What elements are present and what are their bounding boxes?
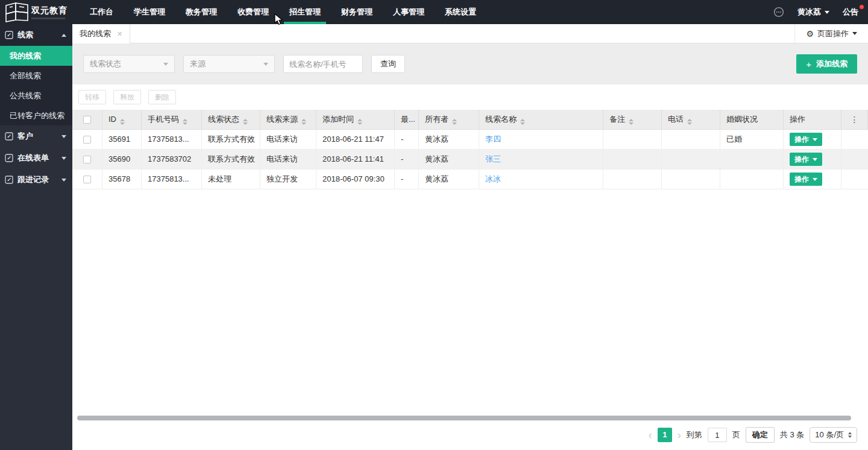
cell-status: 联系方式有效 xyxy=(202,150,260,170)
announcement-button[interactable]: 公告 xyxy=(843,7,858,17)
row-action-button[interactable]: 操作 xyxy=(790,133,822,146)
search-input[interactable] xyxy=(283,55,363,73)
cell-phone: 1737583702 xyxy=(142,150,202,170)
user-menu[interactable]: 黄冰荔 xyxy=(797,7,829,17)
col-header-marital[interactable]: 婚姻状况 xyxy=(720,110,784,130)
nav-hr-mgmt[interactable]: 人事管理 xyxy=(383,0,435,24)
cell-owner: 黄冰荔 xyxy=(419,130,479,150)
nav-fee-mgmt[interactable]: 收费管理 xyxy=(227,0,279,24)
table-header-row: ID 手机号码 线索状态 线索来源 添加时间 最... 所有者 线索名称 备注 … xyxy=(72,110,868,130)
table-row: 35690 1737583702 联系方式有效 电话来访 2018-06-21 … xyxy=(72,150,868,170)
chevron-down-icon xyxy=(61,179,66,182)
col-header-lead-name[interactable]: 线索名称 xyxy=(479,110,603,130)
lead-status-select[interactable]: 线索状态 xyxy=(83,55,175,73)
page-size-select[interactable]: 10 条/页 xyxy=(810,427,857,443)
cell-remark xyxy=(603,130,662,150)
row-action-button[interactable]: 操作 xyxy=(790,153,822,166)
sidebar-group-label: 在线表单 xyxy=(17,153,49,163)
col-header-remark[interactable]: 备注 xyxy=(603,110,662,130)
release-button[interactable]: 释放 xyxy=(113,90,141,104)
user-name: 黄冰荔 xyxy=(797,7,821,17)
nav-admission-mgmt[interactable]: 招生管理 xyxy=(279,0,331,24)
query-button[interactable]: 查询 xyxy=(371,55,405,73)
transfer-button[interactable]: 转移 xyxy=(78,90,106,104)
message-icon[interactable] xyxy=(773,7,784,17)
lead-source-placeholder: 来源 xyxy=(190,59,206,69)
sidebar-group-customers[interactable]: 客户 xyxy=(0,125,72,147)
next-page-icon[interactable]: › xyxy=(678,428,681,442)
sort-icon[interactable] xyxy=(452,119,457,125)
col-header-owner[interactable]: 所有者 xyxy=(419,110,479,130)
nav-workbench[interactable]: 工作台 xyxy=(80,0,124,24)
col-header-phone[interactable]: 手机号码 xyxy=(142,110,202,130)
nav-system-settings[interactable]: 系统设置 xyxy=(435,0,486,24)
add-lead-button[interactable]: + 添加线索 xyxy=(796,54,857,74)
scrollbar-thumb[interactable] xyxy=(77,416,851,420)
col-header-added-time[interactable]: 添加时间 xyxy=(316,110,395,130)
sort-icon[interactable] xyxy=(183,119,187,125)
lead-name-link[interactable]: 冰冰 xyxy=(485,174,501,183)
page-actions-button[interactable]: ⚙ 页面操作 xyxy=(794,24,868,43)
sort-icon[interactable] xyxy=(357,119,362,125)
sidebar-item-all-leads[interactable]: 全部线索 xyxy=(0,66,72,86)
goto-page-input[interactable] xyxy=(708,428,727,442)
table-row: 35678 17375813... 未处理 独立开发 2018-06-07 09… xyxy=(72,170,868,189)
col-header-id[interactable]: ID xyxy=(102,110,142,130)
chevron-down-icon xyxy=(813,178,817,181)
sort-icon[interactable] xyxy=(120,119,125,125)
sidebar-group-online-forms[interactable]: 在线表单 xyxy=(0,147,72,169)
prev-page-icon[interactable]: ‹ xyxy=(649,428,652,442)
cell-owner: 黄冰荔 xyxy=(419,150,479,170)
sort-icon[interactable] xyxy=(520,119,525,125)
page-size-value: 10 条/页 xyxy=(815,429,844,440)
col-header-source[interactable]: 线索来源 xyxy=(260,110,316,130)
sidebar-item-my-leads[interactable]: 我的线索 xyxy=(0,46,72,66)
horizontal-scrollbar[interactable] xyxy=(72,415,868,421)
col-header-tel[interactable]: 电话 xyxy=(662,110,720,130)
tab-my-leads[interactable]: 我的线索 ✕ xyxy=(72,24,130,43)
cell-status: 联系方式有效 xyxy=(202,130,260,150)
row-checkbox[interactable] xyxy=(83,156,91,163)
pagination: ‹ 1 › 到第 页 确定 共 3 条 10 条/页 xyxy=(72,426,868,444)
sort-icon[interactable] xyxy=(243,119,248,125)
nav-academic-mgmt[interactable]: 教务管理 xyxy=(175,0,227,24)
row-action-button[interactable]: 操作 xyxy=(790,173,822,186)
cell-last: - xyxy=(395,170,419,189)
logo[interactable]: 双元教育 xyxy=(0,2,80,22)
lead-status-placeholder: 线索状态 xyxy=(90,59,121,69)
chevron-down-icon xyxy=(852,32,857,35)
logo-tagline xyxy=(31,17,65,19)
sidebar-group-followup-records[interactable]: 跟进记录 xyxy=(0,169,72,191)
cell-added-time: 2018-06-21 11:41 xyxy=(316,150,395,170)
sort-icon[interactable] xyxy=(687,119,692,125)
confirm-page-button[interactable]: 确定 xyxy=(746,427,775,443)
sidebar-item-public-leads[interactable]: 公共线索 xyxy=(0,86,72,106)
close-icon[interactable]: ✕ xyxy=(117,30,122,38)
nav-student-mgmt[interactable]: 学生管理 xyxy=(124,0,175,24)
lead-name-link[interactable]: 张三 xyxy=(485,154,501,163)
nav-finance-mgmt[interactable]: 财务管理 xyxy=(331,0,383,24)
lead-name-link[interactable]: 李四 xyxy=(485,135,501,144)
lead-source-select[interactable]: 来源 xyxy=(183,55,275,73)
chevron-down-icon xyxy=(61,135,66,138)
delete-button[interactable]: 删除 xyxy=(148,90,176,104)
cell-id: 35691 xyxy=(102,130,142,150)
cell-last: - xyxy=(395,130,419,150)
cell-source: 电话来访 xyxy=(260,150,316,170)
col-header-last[interactable]: 最... xyxy=(395,110,419,130)
row-checkbox[interactable] xyxy=(83,136,91,144)
sidebar-item-converted-leads[interactable]: 已转客户的线索 xyxy=(0,106,72,125)
sidebar-group-leads-header[interactable]: 线索 xyxy=(0,24,72,46)
leads-table: ID 手机号码 线索状态 线索来源 添加时间 最... 所有者 线索名称 备注 … xyxy=(72,110,868,189)
cell-tel xyxy=(662,170,720,189)
sort-icon[interactable] xyxy=(301,119,306,125)
sort-icon[interactable] xyxy=(629,119,634,125)
col-header-status[interactable]: 线索状态 xyxy=(202,110,260,130)
tab-label: 我的线索 xyxy=(80,28,111,39)
column-settings-icon[interactable]: ⋮ xyxy=(851,115,859,124)
select-all-checkbox[interactable] xyxy=(83,116,91,124)
spinner-icon xyxy=(848,432,852,438)
row-checkbox[interactable] xyxy=(83,176,91,183)
tab-bar: 我的线索 ✕ ⚙ 页面操作 xyxy=(72,24,868,43)
current-page-button[interactable]: 1 xyxy=(658,428,672,442)
